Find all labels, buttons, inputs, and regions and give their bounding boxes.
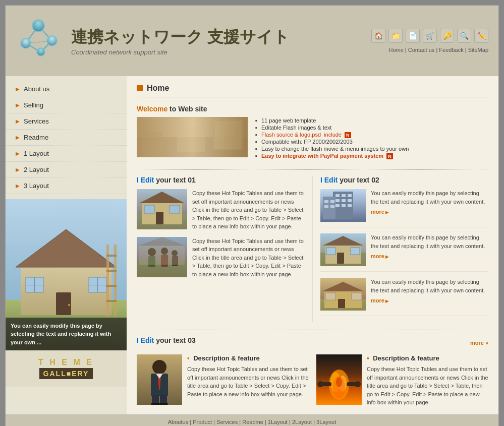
sidebar-item-1layout[interactable]: ▶ 1 Layout <box>6 146 127 162</box>
text-block-img-1 <box>137 189 187 229</box>
svg-rect-80 <box>352 293 362 300</box>
feedback-link[interactable]: Feedback <box>439 47 463 53</box>
edit-link-2[interactable]: I Edit <box>320 176 338 184</box>
feature-block-1: ▪ Description & feature Copy these Hot T… <box>137 354 309 407</box>
welcome-img-placeholder <box>137 117 248 157</box>
right-item-img-1 <box>320 189 366 222</box>
svg-rect-32 <box>142 132 162 157</box>
feature-img-1 <box>137 354 182 405</box>
sidebar-item-readme[interactable]: ▶ Readme <box>6 130 127 146</box>
right-item-2: You can easily modify this page by selec… <box>320 233 488 272</box>
svg-rect-31 <box>177 127 205 152</box>
svg-point-98 <box>317 381 323 387</box>
svg-rect-65 <box>324 205 328 208</box>
svg-rect-54 <box>335 194 340 197</box>
sidebar-item-label: About us <box>24 85 49 93</box>
cart-icon-btn[interactable]: 🛒 <box>423 29 437 43</box>
main-layout: ▶ About us ▶ Selling ▶ Services ▶ Readme <box>6 76 498 414</box>
text-section-02: I Edit your text 02 <box>312 176 488 322</box>
logo-title: 連携ネットワーク 支援サイト <box>71 26 290 48</box>
footer: Aboutus | Product | Services | Readme | … <box>6 414 498 427</box>
feature-item-6: Easy to integrate with PayPal payment sy… <box>255 152 409 159</box>
page-title-bar: Home <box>137 84 488 97</box>
svg-rect-25 <box>106 285 117 287</box>
logo-text: 連携ネットワーク 支援サイト Coordinated network suppo… <box>71 26 290 56</box>
right-item-text-2: You can easily modify this page by selec… <box>371 233 488 266</box>
feature-item-2: Editable Flash images & text <box>255 124 409 131</box>
feature-img-2 <box>316 354 362 405</box>
sitemap-link[interactable]: SiteMap <box>468 47 488 53</box>
svg-point-99 <box>355 381 361 387</box>
svg-rect-29 <box>137 137 248 157</box>
edit-link-1[interactable]: I Edit <box>137 176 154 184</box>
svg-rect-55 <box>342 194 346 197</box>
svg-rect-17 <box>26 285 43 285</box>
section-title-03-rest: your text 03 <box>156 336 196 344</box>
arrow-icon: ▶ <box>16 183 20 189</box>
footer-link-readme[interactable]: Readme <box>242 419 263 425</box>
content-area: Home Welcome to Web site <box>127 76 498 414</box>
arrow-icon: ▶ <box>16 167 20 172</box>
text-block-content-1: Copy these Hot Topic Tables and use them… <box>192 189 305 231</box>
svg-rect-40 <box>170 205 180 213</box>
footer-link-2layout[interactable]: 2Layout <box>292 419 312 425</box>
footer-link-product[interactable]: Product <box>193 419 212 425</box>
footer-link-1layout[interactable]: 1Layout <box>268 419 288 425</box>
svg-rect-39 <box>144 205 154 213</box>
edit-link-3[interactable]: I Edit <box>137 336 154 344</box>
sidebar-item-label: 3 Layout <box>24 182 49 190</box>
key-icon-btn[interactable]: 🔑 <box>440 29 454 43</box>
sidebar-item-services[interactable]: ▶ Services <box>6 113 127 130</box>
svg-rect-88 <box>151 403 160 405</box>
search-icon-btn[interactable]: 🔍 <box>457 29 471 43</box>
edit-icon-btn[interactable]: ✏️ <box>474 29 488 43</box>
more-link-3[interactable]: more <box>371 296 388 305</box>
page-title: Home <box>147 84 169 93</box>
arrow-icon: ▶ <box>16 151 20 156</box>
sidebar-item-label: 1 Layout <box>24 150 49 157</box>
welcome-section: 11 page web template Editable Flash imag… <box>137 117 488 159</box>
text-block-img-2 <box>137 237 187 277</box>
section3-more[interactable]: more » <box>470 340 488 346</box>
badge-n2: N <box>386 153 393 159</box>
feature-title-icon-1: ▪ <box>187 354 190 362</box>
sidebar-caption: You can easily modify this page by selec… <box>6 318 127 351</box>
sidebar-item-label: Readme <box>24 134 48 141</box>
section3-header: I Edit your text 03 more » <box>137 336 488 349</box>
folder-icon-btn[interactable]: 📁 <box>388 29 403 43</box>
svg-point-7 <box>47 36 57 46</box>
theme-text: T H E M E <box>16 358 117 367</box>
svg-rect-58 <box>342 199 346 202</box>
svg-rect-24 <box>106 270 117 272</box>
sidebar-footer: T H E M E GALL■ERY <box>6 350 127 387</box>
sidebar-item-selling[interactable]: ▶ Selling <box>6 97 127 113</box>
svg-rect-23 <box>106 255 117 257</box>
home-icon-btn[interactable]: 🏠 <box>371 29 385 43</box>
sidebar-item-2layout[interactable]: ▶ 2 Layout <box>6 162 127 178</box>
more-link-1[interactable]: more <box>371 208 388 216</box>
svg-rect-71 <box>337 253 344 264</box>
contact-link[interactable]: Contact us <box>408 47 435 53</box>
divider-2 <box>137 330 488 330</box>
page-title-icon <box>137 85 143 91</box>
svg-rect-72 <box>326 248 335 255</box>
feature-title-1: ▪ Description & feature <box>187 354 309 362</box>
section-title-02-rest: your text 02 <box>340 176 379 184</box>
feature-title-icon-2: ▪ <box>367 354 369 362</box>
footer-link-services[interactable]: Services <box>216 419 238 425</box>
header: 連携ネットワーク 支援サイト Coordinated network suppo… <box>6 6 498 76</box>
more-link-2[interactable]: more <box>371 252 388 261</box>
sidebar-caption-text: You can easily modify this page by selec… <box>11 323 111 345</box>
home-link[interactable]: Home <box>388 47 403 53</box>
sidebar-item-about-us[interactable]: ▶ About us <box>6 81 127 97</box>
document-icon-btn[interactable]: 📄 <box>406 29 420 43</box>
feature-content-1: ▪ Description & feature Copy these Hot T… <box>187 354 309 407</box>
footer-link-3layout[interactable]: 3Layout <box>316 419 336 425</box>
svg-point-8 <box>37 48 45 56</box>
welcome-title: Welcome <box>137 105 167 113</box>
svg-rect-26 <box>106 300 117 302</box>
sidebar-item-3layout[interactable]: ▶ 3 Layout <box>6 178 127 194</box>
footer-link-aboutus[interactable]: Aboutus <box>168 419 188 425</box>
feature-block-2: ▪ Description & feature Copy these Hot T… <box>316 354 488 407</box>
svg-rect-89 <box>159 403 168 405</box>
